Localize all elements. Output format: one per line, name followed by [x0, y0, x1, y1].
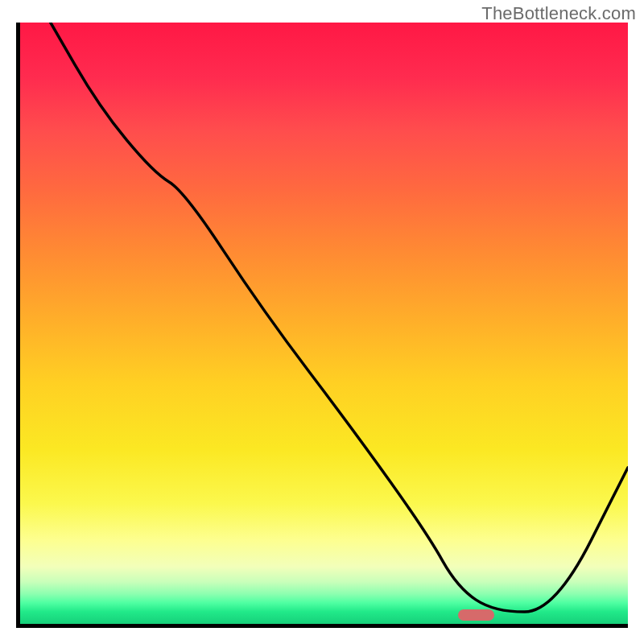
- plot-area: [16, 23, 628, 628]
- watermark-text: TheBottleneck.com: [481, 3, 636, 24]
- chart-canvas: TheBottleneck.com: [0, 0, 644, 644]
- optimal-marker: [458, 609, 494, 621]
- bottleneck-curve: [20, 23, 628, 624]
